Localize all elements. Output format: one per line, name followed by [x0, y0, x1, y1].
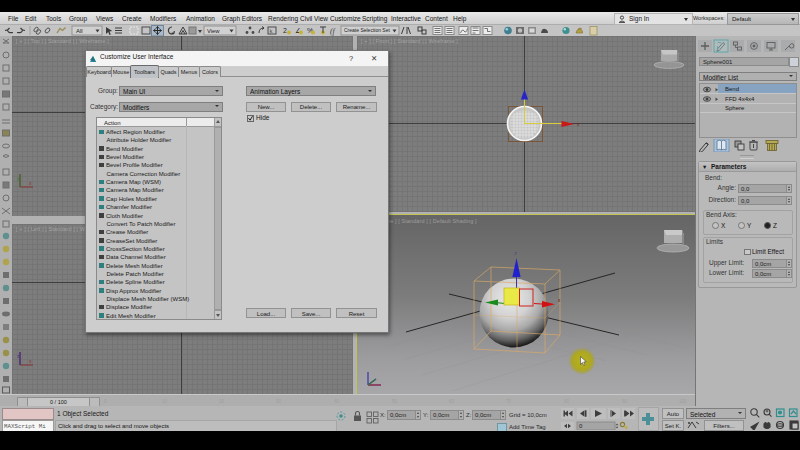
- svg-text:Create Selection Set: Create Selection Set: [344, 27, 390, 33]
- svg-text:View: View: [207, 28, 220, 34]
- svg-text:x: x: [29, 180, 32, 186]
- svg-text:x: x: [558, 298, 561, 303]
- svg-text:All: All: [76, 28, 83, 34]
- svg-text:2: 2: [283, 27, 287, 34]
- svg-text:z: z: [515, 251, 518, 256]
- svg-text:x: x: [577, 122, 580, 127]
- svg-text:(f: (f: [330, 27, 335, 36]
- svg-text:x: x: [29, 358, 32, 364]
- svg-text:k: k: [270, 28, 274, 34]
